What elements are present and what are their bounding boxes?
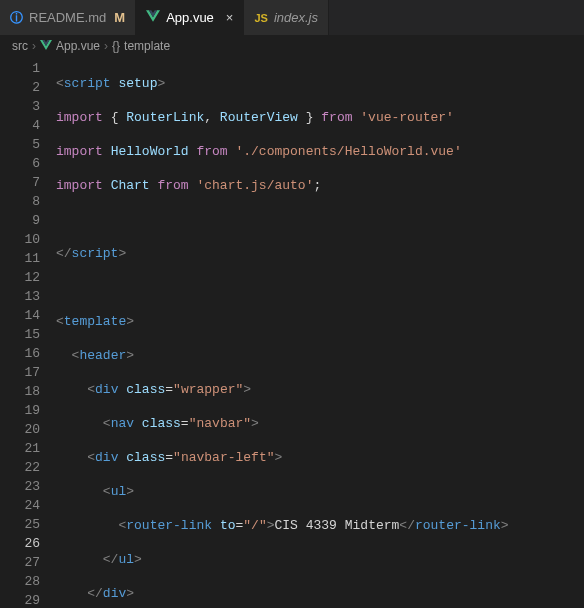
chevron-right-icon: › [32, 39, 36, 53]
code-line: <div class="navbar-left"> [56, 448, 584, 467]
code-line: <script setup> [56, 74, 584, 93]
code-line: <ul> [56, 482, 584, 501]
breadcrumb-seg[interactable]: App.vue [56, 39, 100, 53]
tab-label: App.vue [166, 10, 214, 25]
tab-app-vue[interactable]: App.vue × [136, 0, 244, 35]
line-gutter: 123 456 789 101112 131415 161718 192021 … [0, 57, 56, 608]
code-line: import HelloWorld from './components/Hel… [56, 142, 584, 161]
code-line: </div> [56, 584, 584, 603]
info-icon: ⓘ [10, 9, 23, 27]
code-line: import { RouterLink, RouterView } from '… [56, 108, 584, 127]
code-line: <template> [56, 312, 584, 331]
breadcrumb[interactable]: src › App.vue › {} template [0, 35, 584, 57]
code-line: </ul> [56, 550, 584, 569]
tab-bar: ⓘ README.md M App.vue × JS index.js [0, 0, 584, 35]
code-line [56, 278, 584, 297]
tab-label: README.md [29, 10, 106, 25]
brace-icon: {} [112, 39, 120, 53]
vue-icon [40, 39, 52, 53]
minimap[interactable] [576, 57, 584, 608]
modified-indicator: M [114, 10, 125, 25]
breadcrumb-seg[interactable]: template [124, 39, 170, 53]
editor[interactable]: 123 456 789 101112 131415 161718 192021 … [0, 57, 584, 608]
tab-label: index.js [274, 10, 318, 25]
vue-icon [146, 10, 160, 25]
code-line [56, 210, 584, 229]
code-area[interactable]: <script setup> import { RouterLink, Rout… [56, 57, 584, 608]
code-line: </script> [56, 244, 584, 263]
tab-readme[interactable]: ⓘ README.md M [0, 0, 136, 35]
code-line: <div class="wrapper"> [56, 380, 584, 399]
tab-index-js[interactable]: JS index.js [244, 0, 329, 35]
code-line: <router-link to="/">CIS 4339 Midterm</ro… [56, 516, 584, 535]
breadcrumb-seg[interactable]: src [12, 39, 28, 53]
code-line: <header> [56, 346, 584, 365]
chevron-right-icon: › [104, 39, 108, 53]
js-icon: JS [254, 12, 267, 24]
close-icon[interactable]: × [226, 10, 234, 25]
code-line: import Chart from 'chart.js/auto'; [56, 176, 584, 195]
code-line: <nav class="navbar"> [56, 414, 584, 433]
